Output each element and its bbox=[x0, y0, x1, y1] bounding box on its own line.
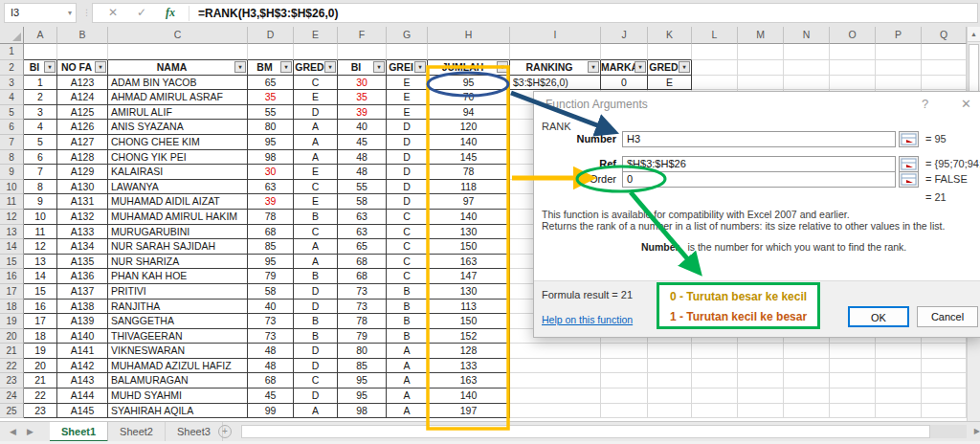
scroll-up-icon[interactable]: ▲ bbox=[968, 27, 980, 42]
cell[interactable]: 7 bbox=[24, 165, 57, 180]
cell[interactable] bbox=[692, 373, 738, 388]
cell[interactable]: MUHAMAD AMIRUL HAKIM bbox=[108, 210, 248, 225]
table-header-GRED[interactable]: GRED▾ bbox=[294, 60, 338, 76]
cell[interactable]: A bbox=[387, 344, 428, 359]
help-on-function-link[interactable]: Help on this function bbox=[542, 314, 633, 325]
cell[interactable]: 2 bbox=[24, 90, 57, 105]
cell[interactable]: 94 bbox=[428, 105, 510, 121]
dialog-close-icon[interactable]: ✕ bbox=[961, 97, 971, 111]
row-header[interactable]: 22 bbox=[0, 359, 24, 374]
cell[interactable]: A140 bbox=[57, 329, 108, 344]
cell[interactable]: C bbox=[387, 210, 428, 225]
cell[interactable]: E bbox=[387, 76, 428, 91]
cell[interactable]: B bbox=[294, 314, 338, 329]
cell[interactable] bbox=[922, 60, 967, 76]
range-selector-icon[interactable] bbox=[899, 131, 919, 147]
cell[interactable]: A134 bbox=[57, 239, 108, 255]
filter-dropdown-icon[interactable]: ▾ bbox=[280, 61, 292, 73]
cell[interactable] bbox=[692, 60, 738, 76]
filter-dropdown-icon[interactable]: ▾ bbox=[234, 61, 246, 73]
cell[interactable] bbox=[738, 404, 784, 419]
cell[interactable]: CHONG CHEE KIM bbox=[108, 135, 248, 150]
row-header[interactable]: 1 bbox=[0, 44, 24, 60]
cell[interactable]: A144 bbox=[57, 388, 108, 404]
cell[interactable]: 78 bbox=[428, 165, 510, 180]
cell[interactable]: 14 bbox=[24, 269, 57, 284]
cell[interactable]: D bbox=[294, 388, 338, 404]
cell[interactable]: SANGGETHA bbox=[108, 314, 248, 329]
cell[interactable] bbox=[648, 344, 692, 359]
cell[interactable]: D bbox=[387, 150, 428, 166]
cell[interactable]: ANIS SYAZANA bbox=[108, 120, 248, 135]
cell[interactable]: A bbox=[387, 373, 428, 388]
cell[interactable]: 128 bbox=[428, 344, 510, 359]
row-header[interactable]: 6 bbox=[0, 120, 24, 135]
cell[interactable]: B bbox=[387, 314, 428, 329]
cell[interactable]: CHONG YIK PEI bbox=[108, 150, 248, 166]
sheet-tab-sheet3[interactable]: Sheet3 bbox=[166, 422, 223, 442]
cell[interactable] bbox=[784, 388, 830, 404]
cell[interactable]: A bbox=[294, 135, 338, 150]
cell[interactable] bbox=[510, 359, 601, 374]
select-all-corner[interactable] bbox=[0, 27, 24, 44]
cell[interactable]: 197 bbox=[428, 404, 510, 419]
number-input[interactable]: H3 bbox=[622, 131, 896, 147]
cell[interactable]: 48 bbox=[338, 150, 387, 166]
cell[interactable]: 45 bbox=[248, 388, 294, 404]
column-header-O[interactable]: O bbox=[830, 27, 876, 44]
cell[interactable] bbox=[784, 76, 830, 91]
cell[interactable]: NUR SARAH SAJIDAH bbox=[108, 239, 248, 255]
cell[interactable] bbox=[784, 344, 830, 359]
cell[interactable] bbox=[601, 359, 648, 374]
cell[interactable]: 12 bbox=[24, 239, 57, 255]
cancel-button[interactable]: Cancel bbox=[917, 306, 978, 327]
cell[interactable]: 120 bbox=[428, 120, 510, 135]
cell[interactable]: A128 bbox=[57, 150, 108, 166]
cell[interactable]: B bbox=[387, 329, 428, 344]
cell[interactable]: 65 bbox=[338, 239, 387, 255]
cell[interactable]: 0 bbox=[601, 76, 648, 91]
table-header-GRED[interactable]: GRED▾ bbox=[648, 60, 692, 76]
cell[interactable] bbox=[830, 60, 876, 76]
cell[interactable] bbox=[876, 44, 922, 60]
cell[interactable]: 21 bbox=[24, 373, 57, 388]
cell[interactable] bbox=[24, 44, 57, 60]
cell[interactable]: D bbox=[387, 165, 428, 180]
row-header[interactable]: 3 bbox=[0, 76, 24, 91]
cell[interactable]: D bbox=[387, 194, 428, 210]
cell[interactable]: A bbox=[294, 120, 338, 135]
cell[interactable]: A139 bbox=[57, 314, 108, 329]
cell[interactable]: 140 bbox=[428, 210, 510, 225]
cell[interactable]: 133 bbox=[428, 359, 510, 374]
cell[interactable]: C bbox=[387, 225, 428, 240]
cell[interactable] bbox=[738, 344, 784, 359]
cell[interactable]: 65 bbox=[248, 76, 294, 91]
column-header-K[interactable]: K bbox=[648, 27, 692, 44]
cell[interactable] bbox=[338, 44, 387, 60]
cell[interactable]: A135 bbox=[57, 255, 108, 270]
cell[interactable]: 118 bbox=[428, 180, 510, 195]
cell[interactable] bbox=[922, 373, 967, 388]
cell[interactable]: D bbox=[294, 105, 338, 121]
cell[interactable]: NUR SHARIZA bbox=[108, 255, 248, 270]
sheet-tab-sheet2[interactable]: Sheet2 bbox=[108, 422, 166, 442]
cell[interactable]: 55 bbox=[338, 180, 387, 195]
cell[interactable] bbox=[738, 359, 784, 374]
row-header[interactable]: 10 bbox=[0, 180, 24, 195]
cell[interactable]: 40 bbox=[338, 120, 387, 135]
row-header[interactable]: 2 bbox=[0, 60, 24, 76]
cell[interactable] bbox=[648, 359, 692, 374]
cell[interactable]: A125 bbox=[57, 105, 108, 121]
cell[interactable] bbox=[601, 44, 648, 60]
cell[interactable]: AHMAD AMIRUL ASRAF bbox=[108, 90, 248, 105]
table-header-RANKING[interactable]: RANKING▾ bbox=[510, 60, 601, 76]
cell[interactable]: 39 bbox=[338, 105, 387, 121]
cell[interactable]: C bbox=[294, 76, 338, 91]
cell[interactable]: A133 bbox=[57, 225, 108, 240]
column-header-J[interactable]: J bbox=[601, 27, 648, 44]
row-header[interactable]: 14 bbox=[0, 239, 24, 255]
cell[interactable] bbox=[738, 373, 784, 388]
horizontal-scroll-thumb[interactable] bbox=[241, 425, 930, 438]
column-header-B[interactable]: B bbox=[57, 27, 108, 44]
cell[interactable]: A136 bbox=[57, 269, 108, 284]
